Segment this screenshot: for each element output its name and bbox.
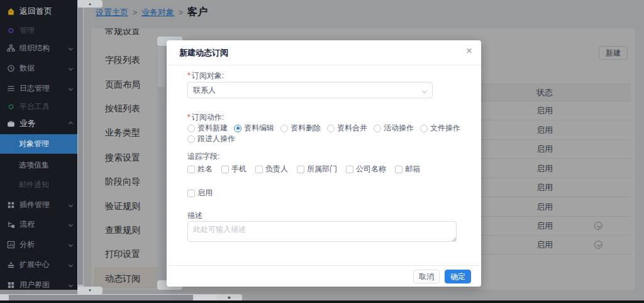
checkbox-icon[interactable] [221, 166, 229, 173]
radio-icon[interactable] [280, 125, 288, 132]
radio-icon[interactable] [187, 135, 195, 143]
radio-option-create[interactable]: 资料新建 [187, 123, 228, 134]
close-icon[interactable]: × [466, 45, 472, 56]
subscribe-action-label: *订阅动作: [187, 112, 224, 123]
checkbox-label: 公司名称 [356, 164, 386, 174]
subscribe-object-select[interactable]: 联系人 [187, 82, 433, 98]
sidebar-subitem-label: 选项值集 [19, 160, 49, 171]
object-nav-scrollbar[interactable]: ▲ ▼ [157, 37, 165, 290]
sidebar-item-admin[interactable]: 管理 [7, 24, 75, 37]
scroll-down-icon[interactable]: ▼ [77, 287, 103, 294]
checkbox-label: 邮箱 [405, 164, 420, 174]
sidebar-item-plugin-management[interactable]: 插件管理 [7, 198, 75, 211]
radio-checked-icon[interactable] [234, 125, 242, 132]
track-fields-checkbox-group: 姓名 手机 负责人 所属部门 公司名称 邮箱 [187, 164, 420, 174]
sidebar-item-business[interactable]: 业务 [7, 117, 75, 130]
chevron-down-icon [69, 66, 73, 70]
checkbox-option-email[interactable]: 邮箱 [395, 164, 420, 174]
sidebar-subitem-object-management[interactable]: 对象管理 [0, 134, 77, 154]
radio-option-delete[interactable]: 资料删除 [280, 123, 321, 134]
subscribe-action-radio-group-row2: 跟进人操作 [187, 134, 235, 144]
chevron-down-icon [69, 202, 73, 207]
grid-icon [7, 281, 15, 289]
checkbox-icon[interactable] [395, 166, 402, 173]
sidebar-item-platform-tools[interactable]: 平台工具 [7, 100, 75, 113]
radio-icon[interactable] [374, 125, 381, 132]
checkbox-icon[interactable] [297, 166, 304, 173]
sidebar-item-label: 流程 [19, 219, 35, 230]
sidebar-item-label: 用户界面 [19, 280, 50, 290]
checkbox-icon[interactable] [346, 166, 353, 173]
sidebar-item-home[interactable]: 返回首页 [7, 5, 75, 18]
new-dynamic-subscription-modal: 新建动态订阅 × *订阅对象: 联系人 *订阅动作: 资料新建 资料编辑 资料删… [167, 40, 481, 287]
confirm-button[interactable]: 确定 [445, 270, 471, 283]
log-icon [7, 84, 15, 93]
org-icon [7, 44, 15, 52]
sidebar-item-log-management[interactable]: 日志管理 [7, 82, 75, 94]
sidebar-subitem-label: 邮件通知 [19, 180, 49, 190]
description-label: 描述 [187, 210, 203, 221]
checkbox-option-department[interactable]: 所属部门 [297, 164, 337, 174]
scrollbar-thumb[interactable] [158, 47, 165, 87]
clock-icon [7, 64, 15, 72]
sidebar-item-label: 组织结构 [19, 43, 50, 54]
scrollbar-thumb[interactable] [9, 295, 193, 300]
ring-purple-icon [7, 26, 15, 35]
scroll-up-icon[interactable]: ▲ [77, 0, 103, 8]
radio-option-activity[interactable]: 活动操作 [374, 123, 414, 134]
enable-checkbox-row: 启用 [187, 188, 213, 198]
chart-icon [7, 241, 15, 249]
sidebar-item-label: 平台工具 [19, 101, 50, 112]
description-textarea[interactable] [187, 221, 457, 242]
chevron-down-icon [69, 262, 73, 266]
sidebar-item-analytics[interactable]: 分析 [7, 238, 75, 251]
sidebar-subitem-option-sets[interactable]: 选项值集 [19, 159, 49, 171]
checkbox-option-name[interactable]: 姓名 [187, 164, 213, 174]
sidebar-vertical-scrollbar[interactable]: ▲ ▼ [77, 0, 84, 294]
radio-option-follower[interactable]: 跟进人操作 [187, 134, 235, 144]
radio-label: 文件操作 [430, 123, 460, 134]
sidebar-item-label: 数据 [19, 63, 35, 74]
home-icon [7, 8, 15, 16]
ring-green-icon [7, 103, 15, 111]
chevron-down-icon [422, 88, 427, 93]
resize-handle-icon[interactable] [452, 237, 456, 241]
checkbox-option-enable[interactable]: 启用 [187, 188, 213, 198]
subscribe-object-value: 联系人 [193, 83, 216, 98]
checkbox-option-owner[interactable]: 负责人 [255, 164, 288, 174]
checkbox-icon[interactable] [255, 166, 263, 173]
checkbox-icon[interactable] [187, 190, 195, 197]
expand-icon [7, 261, 15, 269]
chevron-down-icon [69, 282, 73, 287]
chevron-down-icon [69, 242, 73, 246]
sidebar-subitem-label: 对象管理 [19, 139, 49, 149]
required-mark: * [187, 113, 191, 122]
checkbox-icon[interactable] [187, 166, 195, 173]
radio-option-edit[interactable]: 资料编辑 [234, 123, 274, 134]
modal-header: 新建动态订阅 × [167, 40, 481, 66]
sidebar-item-label: 插件管理 [19, 200, 50, 210]
checkbox-label: 手机 [231, 164, 247, 174]
plugin-icon [7, 201, 15, 209]
radio-label: 活动操作 [384, 123, 414, 134]
radio-icon[interactable] [187, 125, 195, 132]
sidebar-item-user-interface[interactable]: 用户界面 [7, 278, 75, 291]
radio-icon[interactable] [327, 125, 335, 132]
radio-option-merge[interactable]: 资料合并 [327, 123, 367, 134]
radio-icon[interactable] [420, 125, 428, 132]
radio-label: 资料编辑 [244, 123, 274, 134]
radio-label: 资料删除 [291, 123, 321, 134]
scrollbar-thumb[interactable] [78, 8, 83, 285]
sidebar-item-workflow[interactable]: 流程 [7, 218, 75, 231]
sidebar-item-data[interactable]: 数据 [7, 62, 75, 74]
sidebar-subitem-mail-notice[interactable]: 邮件通知 [19, 179, 49, 190]
checkbox-label: 启用 [197, 188, 213, 198]
checkbox-option-company[interactable]: 公司名称 [346, 164, 386, 174]
cancel-button[interactable]: 取消 [413, 270, 440, 283]
main-sidebar: 返回首页 管理 组织结构 数据 日志管理 平台工具 业务 [0, 0, 77, 290]
radio-label: 跟进人操作 [197, 134, 235, 144]
checkbox-option-mobile[interactable]: 手机 [221, 164, 247, 174]
sidebar-item-extension-center[interactable]: 扩展中心 [7, 258, 75, 271]
sidebar-item-org-structure[interactable]: 组织结构 [7, 42, 75, 54]
radio-option-file[interactable]: 文件操作 [420, 123, 460, 134]
